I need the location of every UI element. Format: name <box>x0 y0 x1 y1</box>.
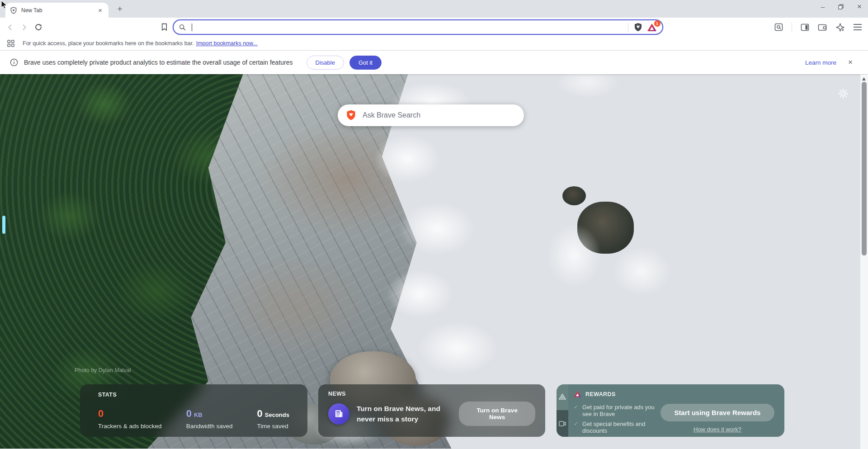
stat-unit: KB <box>194 411 203 418</box>
sea-foam <box>547 224 601 287</box>
tab-title: New Tab <box>21 7 96 14</box>
customize-gear-icon[interactable] <box>838 89 848 99</box>
brave-rewards-bat-icon[interactable]: 1 <box>647 23 657 32</box>
analytics-notice-banner: Brave uses completely private product an… <box>0 51 868 74</box>
learn-more-link[interactable]: Learn more <box>805 59 836 66</box>
reload-button[interactable] <box>34 23 42 31</box>
stat-trackers: 0 Trackers & ads blocked <box>98 408 162 430</box>
stat-value: 0 <box>257 408 263 419</box>
news-widget: NEWS Turn on Brave News, and never miss … <box>318 384 545 437</box>
brave-news-icon <box>328 403 349 425</box>
scrollbar-thumb[interactable] <box>862 82 867 255</box>
benefit-text: Get special benefits and discounts <box>582 421 660 434</box>
stat-unit: Seconds <box>265 411 289 418</box>
brave-search-box[interactable] <box>338 104 524 126</box>
search-panel-icon[interactable] <box>774 23 783 31</box>
bat-icon <box>574 391 581 397</box>
stat-label: Bandwidth saved <box>186 423 233 430</box>
scrollbar-up-arrow[interactable] <box>862 77 866 80</box>
info-icon <box>10 58 18 66</box>
tab-strip: New Tab × + – × <box>0 0 868 18</box>
tab-close-icon[interactable]: × <box>96 6 104 14</box>
text-caret <box>192 24 193 31</box>
brave-shields-icon[interactable] <box>634 23 642 32</box>
bookmark-icon[interactable] <box>160 23 168 31</box>
bookmarks-hint: For quick access, place your bookmarks h… <box>23 40 194 47</box>
background-islet <box>562 186 586 205</box>
import-bookmarks-link[interactable]: Import bookmarks now... <box>196 40 258 47</box>
stat-label: Time saved <box>257 423 289 430</box>
omnibox-divider <box>628 23 628 32</box>
brave-search-input[interactable] <box>363 111 516 119</box>
leo-ai-icon[interactable] <box>835 23 845 32</box>
stat-bandwidth: 0KB Bandwidth saved <box>186 408 233 430</box>
stat-time-saved: 0Seconds Time saved <box>257 408 289 430</box>
brave-search-icon <box>346 109 356 121</box>
rewards-benefit: ✓ Get special benefits and discounts <box>574 421 660 434</box>
brave-favicon-icon <box>10 7 17 14</box>
bookmarks-bar: For quick access, place your bookmarks h… <box>0 37 868 51</box>
photo-credit: Photo by Dylan Malval <box>75 367 131 373</box>
banner-message: Brave uses completely private product an… <box>24 59 293 66</box>
news-title: NEWS <box>328 391 535 397</box>
sidebar-peek-indicator[interactable] <box>2 216 5 234</box>
page-scrollbar[interactable] <box>860 75 868 449</box>
turn-on-brave-news-button[interactable]: Turn on Brave News <box>459 402 535 426</box>
forward-button[interactable] <box>20 24 28 31</box>
stat-value: 0 <box>98 408 104 419</box>
address-bar[interactable]: 1 <box>173 19 663 35</box>
window-restore-button[interactable] <box>838 4 844 9</box>
sea-foam <box>399 202 476 256</box>
sea-foam <box>386 269 454 319</box>
disable-button[interactable]: Disable <box>307 56 344 70</box>
banner-close-icon[interactable]: × <box>848 58 853 67</box>
window-close-button[interactable]: × <box>857 3 862 11</box>
start-using-brave-rewards-button[interactable]: Start using Brave Rewards <box>660 404 774 421</box>
new-tab-button[interactable]: + <box>115 4 125 14</box>
rewards-benefit: ✓ Get paid for private ads you see in Br… <box>574 404 660 417</box>
talk-stack-icon[interactable] <box>557 410 568 437</box>
rewards-stack-icon[interactable] <box>557 393 568 400</box>
tab-new-tab[interactable]: New Tab × <box>5 3 108 18</box>
how-does-it-work-link[interactable]: How does it work? <box>693 426 741 433</box>
apps-grid-icon[interactable] <box>7 40 14 47</box>
search-icon <box>179 24 186 31</box>
menu-icon[interactable] <box>854 24 862 30</box>
toolbar: 1 <box>0 18 868 37</box>
new-tab-page: Photo by Dylan Malval STATS 0 Trackers &… <box>0 74 868 449</box>
wallet-icon[interactable] <box>818 24 827 31</box>
sea-foam <box>373 134 441 184</box>
back-button[interactable] <box>6 24 14 31</box>
sea-foam <box>417 321 498 375</box>
widget-stack-rail <box>557 384 568 437</box>
window-minimize-button[interactable]: – <box>821 3 825 11</box>
toolbar-separator <box>792 23 792 32</box>
stat-value: 0 <box>186 408 192 419</box>
rewards-title: REWARDS <box>585 391 616 397</box>
news-message: Turn on Brave News, and never miss a sto… <box>357 403 459 425</box>
rewards-widget: REWARDS ✓ Get paid for private ads you s… <box>557 384 784 437</box>
check-icon: ✓ <box>574 421 578 427</box>
benefit-text: Get paid for private ads you see in Brav… <box>582 404 660 417</box>
check-icon: ✓ <box>574 404 578 410</box>
stats-title: STATS <box>98 392 289 398</box>
got-it-button[interactable]: Got it <box>349 56 382 70</box>
stats-widget: STATS 0 Trackers & ads blocked 0KB Bandw… <box>80 384 307 437</box>
sea-foam <box>612 246 671 296</box>
sidebar-toggle-icon[interactable] <box>801 24 809 31</box>
rewards-badge: 1 <box>654 20 660 27</box>
sea-foam <box>556 74 619 98</box>
stat-label: Trackers & ads blocked <box>98 423 162 430</box>
